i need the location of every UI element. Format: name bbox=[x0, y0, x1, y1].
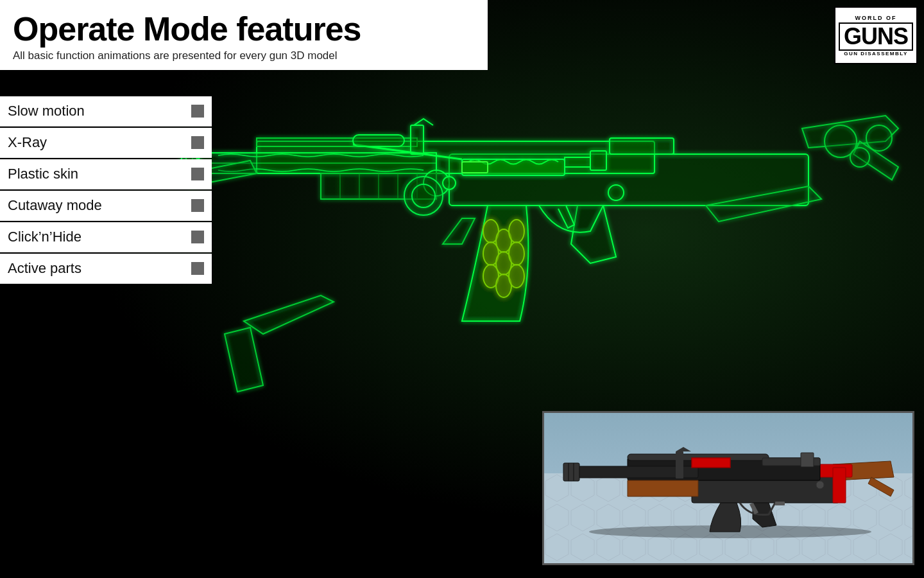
feature-label-active-parts: Active parts bbox=[8, 260, 81, 277]
svg-rect-34 bbox=[257, 141, 654, 173]
feature-item-active-parts: Active parts bbox=[0, 254, 212, 284]
feature-item-x-ray: X-Ray bbox=[0, 128, 212, 158]
feature-icon-clicknhide bbox=[191, 231, 204, 243]
feature-icon-slow-motion bbox=[191, 105, 204, 118]
feature-label-cutaway-mode: Cutaway mode bbox=[8, 197, 102, 214]
svg-rect-46 bbox=[801, 453, 814, 467]
logo-world-of: WORLD OF bbox=[855, 15, 897, 21]
page-subtitle: All basic function animations are presen… bbox=[13, 49, 475, 62]
logo-guns: GUNS bbox=[844, 25, 908, 48]
svg-point-31 bbox=[850, 148, 869, 167]
svg-point-25 bbox=[443, 177, 456, 189]
features-list: Slow motionX-RayPlastic skinCutaway mode… bbox=[0, 96, 212, 285]
svg-point-51 bbox=[816, 481, 824, 489]
feature-icon-x-ray bbox=[191, 136, 204, 149]
feature-item-slow-motion: Slow motion bbox=[0, 96, 212, 127]
svg-rect-44 bbox=[676, 451, 683, 478]
inset-image bbox=[542, 411, 914, 565]
svg-point-28 bbox=[412, 184, 435, 207]
svg-rect-52 bbox=[775, 502, 785, 505]
feature-icon-cutaway-mode bbox=[191, 199, 204, 212]
inset-content bbox=[544, 413, 912, 563]
feature-label-slow-motion: Slow motion bbox=[8, 103, 85, 119]
feature-label-x-ray: X-Ray bbox=[8, 134, 47, 151]
svg-rect-47 bbox=[563, 463, 579, 481]
feature-icon-plastic-skin bbox=[191, 168, 204, 180]
feature-label-plastic-skin: Plastic skin bbox=[8, 166, 78, 182]
feature-item-cutaway-mode: Cutaway mode bbox=[0, 191, 212, 221]
logo: WORLD OF GUNS GUN DISASSEMBLY bbox=[834, 6, 918, 64]
logo-sub: GUN DISASSEMBLY bbox=[844, 51, 908, 57]
feature-label-clicknhide: Click’n’Hide bbox=[8, 229, 81, 245]
svg-rect-50 bbox=[833, 468, 846, 503]
svg-point-30 bbox=[866, 125, 892, 151]
feature-icon-active-parts bbox=[191, 262, 204, 275]
feature-item-plastic-skin: Plastic skin bbox=[0, 159, 212, 189]
page-title: Operate Mode features bbox=[13, 12, 475, 47]
inset-gun-svg bbox=[551, 426, 910, 541]
svg-point-22 bbox=[608, 185, 624, 200]
feature-item-clicknhide: Click’n’Hide bbox=[0, 222, 212, 252]
header-panel: Operate Mode features All basic function… bbox=[0, 0, 488, 70]
